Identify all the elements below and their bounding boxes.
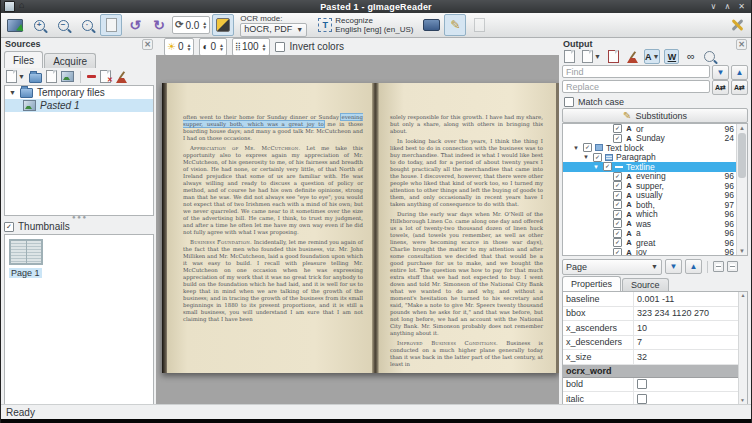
- item-checkbox[interactable]: ✓: [613, 210, 622, 219]
- expander-icon[interactable]: ▼: [573, 145, 580, 151]
- contrast-spinner[interactable]: ▲▼: [219, 43, 224, 51]
- output-pane-toggle[interactable]: ✎: [444, 14, 466, 36]
- hocr-tree-row[interactable]: ✓Agreat96: [563, 238, 747, 248]
- contrast-spinbox[interactable]: ◐ 0 ▲▼: [199, 38, 227, 56]
- hocr-tree-row[interactable]: ▼✓Text block: [563, 143, 747, 153]
- property-value[interactable]: 10: [634, 323, 747, 333]
- tab-files[interactable]: Files: [4, 51, 43, 68]
- rotate-right-button[interactable]: ↻: [148, 14, 170, 36]
- resolution-spinner[interactable]: ▲▼: [262, 43, 267, 51]
- zoom-out-button[interactable]: −: [52, 14, 74, 36]
- substitute-button[interactable]: A⇄: [712, 80, 729, 95]
- invert-colors-checkbox[interactable]: ✓: [275, 42, 285, 52]
- image-viewport[interactable]: often went to their home for Sunday dinn…: [156, 55, 559, 405]
- item-checkbox[interactable]: ✓: [593, 153, 602, 162]
- item-checkbox[interactable]: ✓: [613, 134, 622, 143]
- property-value[interactable]: 323 234 1120 270: [634, 308, 747, 318]
- substitute-all-button[interactable]: A⇄: [731, 80, 748, 95]
- navigate-next-button[interactable]: ▼: [665, 259, 682, 274]
- expander-icon[interactable]: ▼: [593, 164, 600, 170]
- sources-close-icon[interactable]: ✕: [142, 39, 153, 50]
- recognize-button[interactable]: T Recognize English [eng] (en_US): [313, 14, 418, 36]
- find-prev-button[interactable]: ▲: [731, 65, 748, 80]
- hocr-tree-row[interactable]: ✓ASunday24: [563, 134, 747, 144]
- export-button[interactable]: [606, 49, 621, 64]
- image-controls-toggle[interactable]: [212, 14, 234, 36]
- item-checkbox[interactable]: ✓: [613, 191, 622, 200]
- navigation-target-combo[interactable]: Page ▼: [562, 259, 662, 275]
- item-checkbox[interactable]: ✓: [613, 172, 622, 181]
- splitter-handle[interactable]: ● ● ●: [2, 215, 156, 219]
- rotation-spinner[interactable]: ▲▼: [202, 21, 207, 29]
- hocr-tree-row[interactable]: ✓Aor96: [563, 124, 747, 134]
- substitutions-button[interactable]: ✎ Substitutions: [562, 108, 748, 123]
- property-value[interactable]: ✓: [634, 379, 747, 389]
- source-file-row[interactable]: Pasted 1: [5, 99, 153, 112]
- ocr-selection-highlight[interactable]: evening supper, usually both, which was …: [183, 114, 363, 127]
- scrollbar-thumb[interactable]: [738, 133, 746, 178]
- tree-scrollbar[interactable]: ▲▼: [736, 124, 747, 255]
- resolution-spinbox[interactable]: ⣿ 100 ▲▼: [232, 38, 270, 56]
- find-input[interactable]: [562, 65, 710, 78]
- hocr-tree-row[interactable]: ▼✓Paragraph: [563, 153, 747, 163]
- tab-source[interactable]: Source: [622, 278, 669, 291]
- remove-source-button[interactable]: [87, 75, 96, 78]
- hocr-tree-row[interactable]: ✓Awas96: [563, 219, 747, 229]
- maximize-button[interactable]: ∧: [724, 2, 730, 11]
- tab-acquire[interactable]: Acquire: [44, 53, 96, 68]
- property-value[interactable]: ✓: [634, 394, 747, 404]
- add-folder-icon[interactable]: [29, 73, 42, 83]
- source-folder-row[interactable]: ▼ Temporary files: [5, 86, 153, 99]
- item-checkbox[interactable]: ✓: [613, 200, 622, 209]
- brightness-spinner[interactable]: ▲▼: [187, 43, 192, 51]
- rotate-left-button[interactable]: ↺: [124, 14, 146, 36]
- blank-page-button[interactable]: [468, 14, 490, 36]
- property-value[interactable]: 7: [634, 337, 747, 347]
- hocr-tree-row[interactable]: ✓Aa96: [563, 229, 747, 239]
- hocr-tree-row[interactable]: ✓Aboth,97: [563, 200, 747, 210]
- thumbnail-caption[interactable]: Page 1: [9, 268, 42, 278]
- thumbnails-checkbox[interactable]: ✓: [4, 222, 14, 232]
- minimize-button[interactable]: ∨: [711, 2, 717, 11]
- expander-icon[interactable]: ▼: [583, 154, 590, 160]
- replace-input[interactable]: [562, 80, 710, 93]
- settings-button[interactable]: [730, 18, 744, 32]
- find-replace-toggle[interactable]: A▼: [644, 49, 660, 64]
- close-button[interactable]: ✕: [738, 2, 745, 11]
- bold-checkbox[interactable]: ✓: [637, 379, 647, 389]
- clear-output-button[interactable]: [625, 49, 640, 64]
- hocr-tree-row[interactable]: ✓Ausually96: [563, 191, 747, 201]
- screenshot-button[interactable]: [61, 71, 74, 82]
- zoom-selection-button[interactable]: [702, 49, 717, 64]
- delete-source-button[interactable]: ✕: [100, 70, 111, 83]
- brightness-spinbox[interactable]: ☀ 0 ▲▼: [164, 38, 194, 56]
- best-fit-button[interactable]: [100, 14, 122, 36]
- expand-all-icon[interactable]: [713, 261, 724, 272]
- navigate-prev-button[interactable]: ▲: [685, 259, 702, 274]
- item-checkbox[interactable]: ✓: [613, 181, 622, 190]
- output-close-icon[interactable]: ✕: [736, 39, 747, 50]
- zoom-in-button[interactable]: +: [28, 14, 50, 36]
- match-case-checkbox[interactable]: ✓: [564, 97, 574, 107]
- tab-properties[interactable]: Properties: [562, 276, 621, 291]
- save-output-button[interactable]: ▼: [581, 49, 602, 64]
- rotation-spinbox[interactable]: ⟳ 0.0 ▲▼: [172, 16, 210, 34]
- item-checkbox[interactable]: ✓: [613, 238, 622, 247]
- open-hocr-button[interactable]: [562, 49, 577, 64]
- clear-sources-button[interactable]: [115, 71, 127, 83]
- property-value[interactable]: 0.001 -11: [634, 294, 747, 304]
- item-checkbox[interactable]: ✓: [583, 143, 592, 152]
- find-next-button[interactable]: ▼: [712, 65, 729, 80]
- collapse-all-icon[interactable]: [727, 261, 738, 272]
- hocr-tree-row[interactable]: ✓Awhich96: [563, 210, 747, 220]
- table-scrollbar[interactable]: ▲▼: [738, 292, 747, 404]
- item-checkbox[interactable]: ✓: [613, 248, 622, 256]
- shade-icon[interactable]: ⌂: [19, 1, 24, 12]
- hocr-tree-row[interactable]: ✓Asupper,96: [563, 181, 747, 191]
- language-manager-button[interactable]: [420, 14, 442, 36]
- item-checkbox[interactable]: ✓: [613, 219, 622, 228]
- ocr-mode-combo[interactable]: hOCR, PDF ▼: [240, 23, 307, 37]
- add-image-button[interactable]: [4, 14, 26, 36]
- hocr-tree-row[interactable]: ✓Ajoy96: [563, 248, 747, 257]
- expander-icon[interactable]: ▼: [9, 89, 16, 96]
